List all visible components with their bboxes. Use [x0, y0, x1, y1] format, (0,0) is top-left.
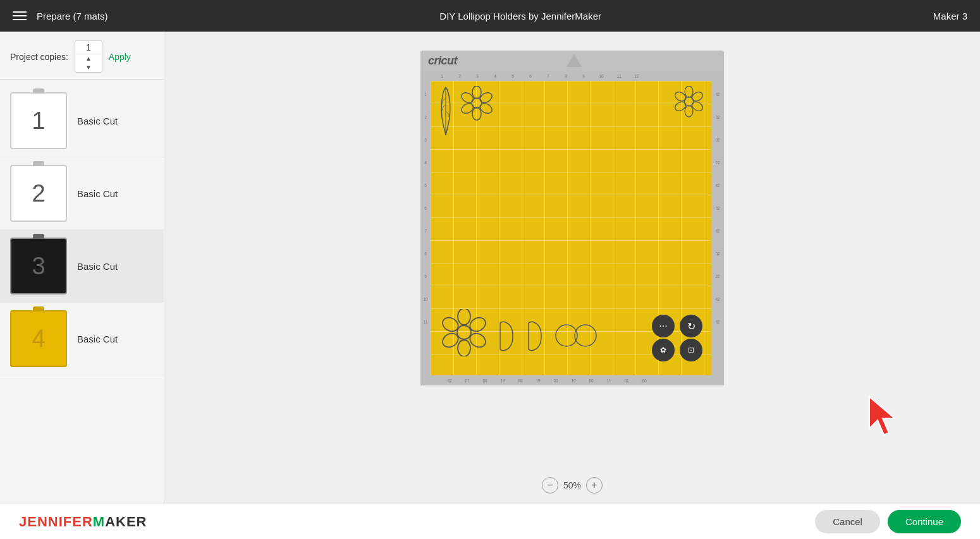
svg-point-11 [685, 106, 693, 117]
mat-number-3: 3 [32, 253, 45, 280]
sidebar-top: Project copies: 1 ▲ ▼ Apply [0, 32, 164, 80]
mat-number-2: 2 [32, 180, 45, 207]
mat-label-2: Basic Cut [77, 188, 118, 199]
svg-point-9 [690, 90, 704, 103]
mat-item-2[interactable]: 2 Basic Cut [0, 157, 164, 230]
copies-value: 1 [75, 41, 102, 54]
sidebar: Project copies: 1 ▲ ▼ Apply 1 Basic Cut [0, 32, 164, 504]
mat-ruler-v-left: 1 2 3 4 5 6 7 8 9 10 11 [420, 81, 431, 375]
mat-grid: ··· ↻ ✿ ⊡ [431, 81, 711, 375]
mat-number-1: 1 [32, 107, 45, 135]
mat-ruler-v-right: 62 82 02 22 42 62 82 02 22 42 62 [711, 81, 724, 375]
mat-item-4[interactable]: 4 Basic Cut [0, 303, 164, 375]
project-title: DIY Lollipop Holders by JenniferMaker [108, 11, 933, 21]
copies-spinner: 1 ▲ ▼ [75, 40, 102, 73]
mat-grip-1 [33, 88, 44, 94]
footer-logo: JENNIFERMAKER [19, 514, 147, 530]
mat-more-options-button[interactable]: ··· [652, 315, 675, 337]
machine-label: Maker 3 [933, 11, 967, 21]
svg-point-18 [458, 340, 470, 356]
mat-number-4: 4 [32, 325, 45, 353]
shape-flower-topleft [460, 86, 494, 121]
mat-footer: 62 07 08 18 88 19 00 10 60 11 01 60 [420, 375, 724, 385]
apply-button[interactable]: Apply [109, 52, 131, 62]
mat-label-3: Basic Cut [77, 261, 118, 272]
shape-flower-bottomleft [441, 309, 488, 356]
copies-down-button[interactable]: ▼ [75, 63, 102, 72]
mat-thumbnail-2: 2 [10, 165, 67, 222]
mat-fab-row2: ✿ ⊡ [652, 339, 702, 361]
svg-point-6 [460, 90, 475, 104]
mat-thumbnail-3: 3 [10, 238, 67, 294]
svg-point-2 [479, 90, 494, 104]
zoom-in-button[interactable]: + [586, 477, 603, 494]
svg-point-3 [479, 101, 494, 115]
svg-point-4 [472, 107, 481, 120]
svg-point-13 [673, 90, 687, 103]
shape-leaf [437, 86, 455, 136]
mat-canvas-container: cricut 1 2 3 4 5 6 7 8 9 10 1 [420, 51, 724, 385]
footer-logo-jennifer: JENNIFER [19, 514, 93, 530]
svg-point-5 [460, 101, 475, 115]
content-area: cricut 1 2 3 4 5 6 7 8 9 10 1 [164, 32, 980, 504]
footer-logo-m: M [93, 514, 105, 530]
mat-peg [565, 54, 584, 67]
mat-item-3[interactable]: 3 Basic Cut [0, 230, 164, 303]
cursor-arrow [866, 394, 904, 440]
topbar: Prepare (7 mats) DIY Lollipop Holders by… [0, 0, 980, 32]
continue-button[interactable]: Continue [888, 510, 961, 533]
mat-label-4: Basic Cut [77, 334, 118, 344]
svg-marker-23 [869, 397, 895, 435]
copies-up-button[interactable]: ▲ [75, 54, 102, 63]
mat-grip-3 [33, 234, 44, 239]
copies-arrows: ▲ ▼ [75, 54, 102, 72]
menu-button[interactable] [13, 11, 27, 20]
footer: JENNIFERMAKER Cancel Continue [0, 504, 980, 539]
zoom-controls: − 50% + [542, 477, 603, 494]
mat-header: cricut [420, 51, 724, 71]
mat-rotate-button[interactable]: ↻ [680, 315, 702, 337]
shape-flower-topright [673, 86, 705, 118]
shape-crescents [494, 317, 551, 355]
mat-body: 1 2 3 4 5 6 7 8 9 10 11 [420, 81, 724, 375]
cutting-mat: cricut 1 2 3 4 5 6 7 8 9 10 1 [420, 51, 724, 385]
footer-logo-aker: AKER [105, 514, 147, 530]
mat-select-button[interactable]: ⊡ [680, 339, 702, 361]
cancel-button[interactable]: Cancel [815, 510, 880, 533]
mat-list: 1 Basic Cut 2 Basic Cut 3 Basic Cut [0, 80, 164, 504]
svg-point-12 [673, 100, 687, 112]
svg-point-21 [556, 325, 577, 346]
main-layout: Project copies: 1 ▲ ▼ Apply 1 Basic Cut [0, 32, 980, 504]
prepare-title: Prepare (7 mats) [37, 11, 108, 21]
mat-thumbnail-4: 4 [10, 310, 67, 367]
shape-circles [554, 313, 598, 358]
mat-label-1: Basic Cut [77, 116, 118, 126]
mat-edit-button[interactable]: ✿ [652, 339, 675, 361]
mat-grip-2 [33, 161, 44, 166]
mat-ruler-h: 1 2 3 4 5 6 7 8 9 10 11 12 [420, 71, 724, 81]
mat-thumbnail-1: 1 [10, 92, 67, 149]
svg-point-15 [458, 309, 470, 325]
mat-fab-group: ··· ↻ [652, 315, 702, 337]
svg-point-14 [457, 325, 471, 339]
mat-grip-4 [33, 306, 44, 312]
svg-point-22 [575, 325, 596, 346]
svg-point-8 [685, 86, 693, 97]
mat-item-1[interactable]: 1 Basic Cut [0, 85, 164, 157]
footer-actions: Cancel Continue [815, 510, 961, 533]
zoom-level: 50% [563, 480, 581, 490]
svg-point-1 [472, 86, 481, 99]
project-copies-label: Project copies: [10, 52, 68, 62]
cricut-logo: cricut [428, 54, 457, 68]
svg-point-10 [690, 100, 704, 112]
zoom-out-button[interactable]: − [542, 477, 558, 494]
